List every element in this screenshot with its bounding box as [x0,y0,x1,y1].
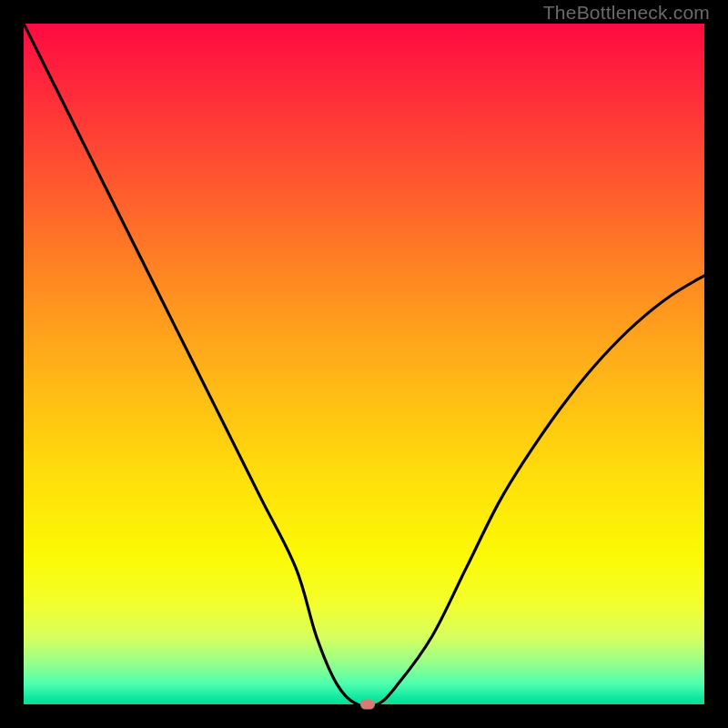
optimal-point-marker [360,700,375,710]
watermark-text: TheBottleneck.com [543,2,710,24]
chart-frame: TheBottleneck.com [0,0,728,728]
bottleneck-curve [24,24,704,704]
plot-area [24,24,704,704]
